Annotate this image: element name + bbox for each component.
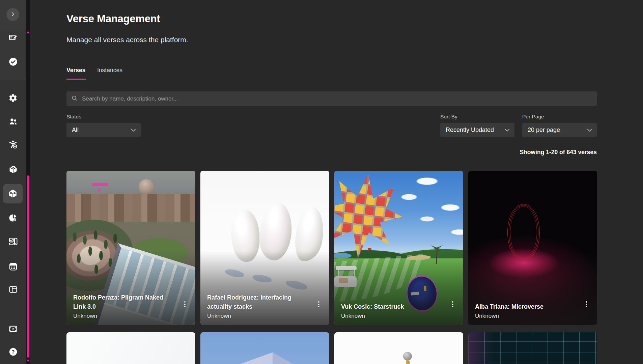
chevron-right-icon: [10, 11, 16, 18]
sidebar-item-help[interactable]: ?: [0, 344, 26, 359]
sidebar-item-calendar[interactable]: [0, 259, 26, 274]
chevron-down-icon: [587, 127, 592, 133]
per-page-label: Per Page: [522, 114, 544, 120]
verse-cube-icon: [8, 189, 18, 199]
page-title: Verse Management: [66, 13, 160, 25]
verse-card-rafael-rodriguez[interactable]: Rafael Rodriguez: Interfacing actuality …: [200, 171, 329, 325]
gear-icon: [8, 93, 18, 103]
per-page-select-value: 20 per page: [528, 127, 560, 134]
card-edit-icon: [8, 33, 18, 42]
tab-instances[interactable]: Instances: [97, 67, 122, 74]
verse-thumbnail-gold-machine: [334, 332, 463, 364]
scroll-down-arrow[interactable]: [26, 360, 30, 362]
sidebar-item-analytics[interactable]: [0, 211, 26, 225]
verse-card-partial-2[interactable]: [200, 332, 329, 364]
verse-card-vuk-cosic[interactable]: Vuk Cosic: Starstruck Unknown: [334, 171, 463, 325]
card-title: Alba Triana: Microverse: [475, 302, 576, 311]
verse-thumbnail-teal-grid: [468, 332, 597, 364]
card-owner: Unknown: [475, 313, 576, 319]
sidebar-item-settings[interactable]: [0, 90, 26, 105]
search-input[interactable]: [82, 95, 592, 102]
package-box-icon: [8, 165, 18, 174]
users-icon: [8, 117, 18, 126]
sidebar-expand-button[interactable]: [6, 8, 19, 21]
verse-card-alba-triana[interactable]: Alba Triana: Microverse Unknown: [468, 171, 597, 325]
sidebar-item-users[interactable]: [0, 114, 26, 129]
page-subtitle: Manage all verses across the platform.: [66, 36, 188, 44]
sort-by-select-value: Recently Updated: [446, 127, 494, 134]
card-owner: Unknown: [207, 313, 308, 319]
tab-verses[interactable]: Verses: [66, 67, 85, 74]
verse-card-partial-4[interactable]: [468, 332, 597, 364]
sidebar-scrollbar[interactable]: [26, 0, 30, 364]
card-gradient-overlay: [468, 171, 597, 325]
scroll-up-arrow[interactable]: [26, 31, 30, 33]
card-meta: Alba Triana: Microverse Unknown: [475, 302, 576, 319]
sort-by-label: Sort By: [440, 114, 457, 120]
card-menu-button[interactable]: [315, 300, 323, 309]
verse-card-rodolfo-peraza[interactable]: Rodolfo Peraza: Pilgram Naked Link 3.0 U…: [66, 171, 195, 325]
sidebar-item-media[interactable]: [0, 234, 26, 249]
tabs-divider: [66, 80, 597, 80]
status-label: Status: [66, 114, 81, 120]
sidebar-item-content-card[interactable]: [0, 30, 26, 45]
card-menu-button[interactable]: [449, 300, 456, 309]
card-gradient-overlay: [334, 171, 463, 325]
card-meta: Rafael Rodriguez: Interfacing actuality …: [207, 293, 308, 319]
sidebar-item-approvals[interactable]: [0, 54, 26, 69]
sort-by-select[interactable]: Recently Updated: [440, 123, 514, 137]
sidebar-item-members[interactable]: [0, 137, 26, 152]
card-meta: Rodolfo Peraza: Pilgram Naked Link 3.0 U…: [73, 293, 174, 319]
media-panels-icon: [8, 237, 18, 246]
verse-card-partial-1[interactable]: [66, 332, 195, 364]
member-check-icon: [8, 140, 18, 149]
verse-thumbnail-blue-corner: [200, 332, 329, 364]
status-select-value: All: [72, 127, 79, 134]
card-menu-button[interactable]: [181, 300, 189, 309]
chevron-down-icon: [505, 127, 510, 133]
film-strip-icon: [8, 324, 18, 334]
calendar-icon: [8, 262, 18, 271]
chevron-down-icon: [131, 127, 136, 133]
svg-text:?: ?: [11, 349, 15, 355]
card-title: Vuk Cosic: Starstruck: [341, 302, 442, 311]
results-summary: Showing 1-20 of 643 verses: [439, 149, 597, 156]
active-tab-underline: [66, 79, 86, 80]
scroll-thumb[interactable]: [27, 175, 29, 358]
card-menu-button[interactable]: [583, 300, 590, 309]
sidebar: ?: [0, 0, 26, 364]
card-meta: Vuk Cosic: Starstruck Unknown: [341, 302, 442, 319]
card-owner: Unknown: [341, 313, 442, 319]
layout-panels-icon: [8, 285, 18, 294]
per-page-select[interactable]: 20 per page: [522, 123, 597, 137]
analytics-pie-icon: [8, 213, 18, 223]
check-circle-icon: [8, 57, 18, 66]
verse-management-page: ? Verse Management Manage all verses acr…: [0, 0, 643, 364]
search-bar[interactable]: [66, 91, 597, 106]
verse-card-partial-3[interactable]: [334, 332, 463, 364]
status-select[interactable]: All: [66, 123, 141, 137]
card-title: Rafael Rodriguez: Interfacing actuality …: [207, 293, 308, 311]
sidebar-item-verses[interactable]: [3, 184, 23, 203]
card-owner: Unknown: [73, 313, 174, 319]
sidebar-item-assets[interactable]: [0, 162, 26, 177]
search-icon: [71, 95, 82, 103]
help-icon: ?: [8, 347, 18, 357]
sidebar-item-layouts[interactable]: [0, 282, 26, 297]
card-title: Rodolfo Peraza: Pilgram Naked Link 3.0: [73, 293, 174, 311]
sidebar-item-videos[interactable]: [0, 321, 26, 336]
verse-thumbnail-white: [66, 332, 195, 364]
